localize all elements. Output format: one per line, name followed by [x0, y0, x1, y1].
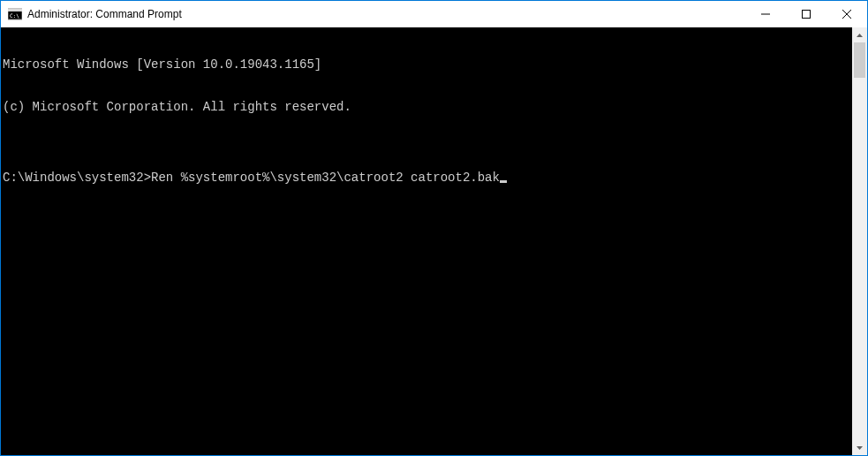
scroll-down-button[interactable] — [852, 440, 867, 455]
vertical-scrollbar[interactable] — [852, 27, 867, 455]
console-line: (c) Microsoft Corporation. All rights re… — [3, 100, 852, 114]
svg-marker-7 — [857, 34, 863, 37]
maximize-button[interactable] — [786, 1, 826, 27]
window-controls — [745, 1, 867, 27]
command-prompt-window: C:\ Administrator: Command Prompt Micros… — [1, 1, 867, 455]
svg-text:C:\: C:\ — [10, 12, 19, 19]
client-area: Microsoft Windows [Version 10.0.19043.11… — [1, 27, 867, 455]
console-output[interactable]: Microsoft Windows [Version 10.0.19043.11… — [1, 27, 852, 455]
cmd-app-icon: C:\ — [8, 7, 22, 21]
scrollbar-thumb[interactable] — [854, 42, 865, 78]
svg-marker-8 — [857, 446, 863, 450]
scroll-up-button[interactable] — [852, 27, 867, 42]
window-title: Administrator: Command Prompt — [27, 8, 182, 20]
command-text: Ren %systemroot%\system32\catroot2 catro… — [151, 171, 500, 185]
svg-rect-4 — [803, 11, 811, 19]
prompt-text: C:\Windows\system32> — [3, 171, 151, 185]
scrollbar-track[interactable] — [852, 42, 867, 440]
console-line: Microsoft Windows [Version 10.0.19043.11… — [3, 57, 852, 72]
console-prompt-line: C:\Windows\system32>Ren %systemroot%\sys… — [3, 171, 852, 185]
text-cursor — [500, 180, 507, 183]
close-button[interactable] — [826, 1, 867, 27]
svg-rect-1 — [8, 9, 22, 11]
minimize-button[interactable] — [745, 1, 786, 27]
titlebar[interactable]: C:\ Administrator: Command Prompt — [1, 1, 867, 27]
